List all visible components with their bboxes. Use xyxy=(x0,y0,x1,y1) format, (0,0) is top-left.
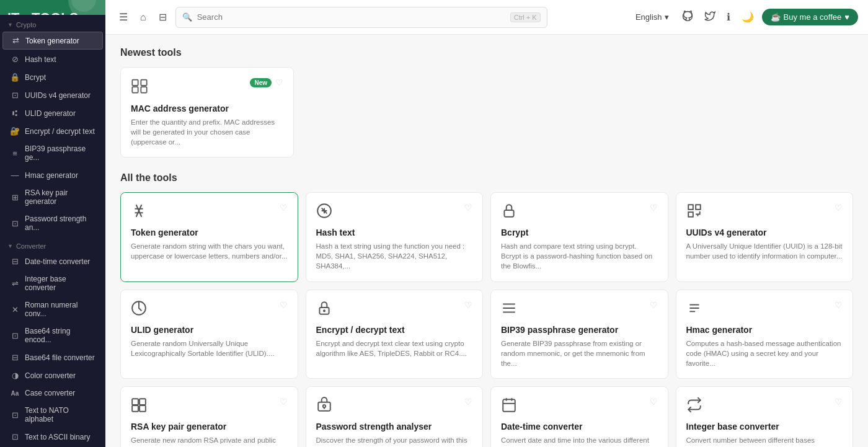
dark-mode-icon[interactable]: 🌙 xyxy=(738,8,757,26)
intbase-card-icon xyxy=(686,397,702,417)
password-icon: ⊡ xyxy=(10,219,20,228)
fav-encrypt[interactable]: ♡ xyxy=(464,300,472,310)
info-icon[interactable]: ℹ xyxy=(724,8,733,26)
svg-rect-14 xyxy=(688,212,693,217)
svg-rect-4 xyxy=(141,87,146,92)
rsa-icon: ⊞ xyxy=(10,193,20,202)
coffee-icon: ☕ xyxy=(771,12,781,22)
card-intbase[interactable]: ♡ Integer base converter Convert number … xyxy=(676,386,854,447)
sidebar-item-hmac[interactable]: — Hmac generator xyxy=(2,167,103,184)
sidebar-section-converter[interactable]: ▼ Converter xyxy=(0,236,105,252)
bcrypt-card-icon xyxy=(501,203,517,223)
sidebar-item-password[interactable]: ⊡ Password strength an... xyxy=(2,211,103,236)
card-hash-text[interactable]: ♡ Hash text Hash a text string using the… xyxy=(306,192,484,281)
card-datetime[interactable]: ♡ Date-time converter Convert date and t… xyxy=(490,386,668,447)
uuids-card-icon xyxy=(686,203,702,223)
sidebar-item-rsa[interactable]: ⊞ RSA key pair generator xyxy=(2,185,103,210)
card-ulid-desc: Generate random Universally Unique Lexic… xyxy=(131,339,288,358)
sidebar-item-roman[interactable]: ✕ Roman numeral conv... xyxy=(2,297,103,322)
sidebar-item-uuids[interactable]: ⊡ UUIDs v4 generator xyxy=(2,87,103,104)
card-rsa[interactable]: ♡ RSA key pair generator Generate new ra… xyxy=(120,386,298,447)
card-rsa-desc: Generate new random RSA private and publ… xyxy=(131,435,288,447)
hmac-icon: — xyxy=(10,170,20,180)
svg-rect-26 xyxy=(132,405,138,412)
fav-bip39[interactable]: ♡ xyxy=(650,300,658,310)
card-hash-title: Hash text xyxy=(316,228,473,237)
svg-rect-12 xyxy=(688,205,693,210)
sidebar-item-ascii[interactable]: ⊡ Text to ASCII binary xyxy=(2,428,103,445)
sidebar-section-crypto[interactable]: ▼ Crypto xyxy=(0,15,105,31)
language-selector[interactable]: English ▾ xyxy=(631,10,674,24)
card-token-generator[interactable]: ♡ Token generator Generate random string… xyxy=(120,192,298,281)
card-ulid[interactable]: ♡ ULID generator Generate random Univers… xyxy=(120,290,298,379)
base64file-icon: ⊟ xyxy=(10,353,20,362)
twitter-icon[interactable] xyxy=(701,7,719,27)
card-encrypt[interactable]: ♡ Encrypt / decrypt text Encrypt and dec… xyxy=(306,290,484,379)
svg-rect-28 xyxy=(318,402,330,411)
fav-bcrypt[interactable]: ♡ xyxy=(650,203,658,213)
card-bip39[interactable]: ♡ BIP39 passphrase generator Generate BI… xyxy=(490,290,668,379)
fav-datetime[interactable]: ♡ xyxy=(650,397,658,407)
github-icon[interactable] xyxy=(679,7,696,27)
sidebar-item-datetime[interactable]: ⊟ Date-time converter xyxy=(2,253,103,270)
card-password-title: Password strength analyser xyxy=(316,422,473,432)
password-card-icon xyxy=(316,397,332,417)
mac-card-title: MAC address generator xyxy=(131,104,283,113)
sidebar-item-hash-text[interactable]: ⊘ Hash text xyxy=(2,51,103,68)
encrypt-card-icon xyxy=(316,300,332,320)
menu-toggle-button[interactable]: ☰ xyxy=(115,7,131,27)
mac-card-icon xyxy=(131,77,148,99)
card-bcrypt[interactable]: ♡ Bcrypt Hash and compare text string us… xyxy=(490,192,668,281)
sidebar-item-nato[interactable]: ⊡ Text to NATO alphabet xyxy=(2,402,103,427)
sidebar-item-case[interactable]: Aa Case converter xyxy=(2,385,103,401)
card-bcrypt-title: Bcrypt xyxy=(501,228,658,237)
sidebar-item-base64-string[interactable]: ⊡ Base64 string encod... xyxy=(2,323,103,348)
card-uuids[interactable]: ♡ UUIDs v4 generator A Universally Uniqu… xyxy=(676,192,854,281)
card-rsa-title: RSA key pair generator xyxy=(131,422,288,432)
svg-rect-13 xyxy=(696,205,701,210)
fav-rsa[interactable]: ♡ xyxy=(280,397,288,407)
sidebar: IT - TOOLS Handy tools for developers ▼ … xyxy=(0,0,105,447)
bcrypt-icon: 🔒 xyxy=(10,73,20,82)
home-button[interactable]: ⌂ xyxy=(136,8,150,27)
fav-ulid[interactable]: ♡ xyxy=(280,300,288,310)
sidebar-item-base64-file[interactable]: ⊟ Base64 file converter xyxy=(2,349,103,366)
svg-rect-31 xyxy=(503,399,515,412)
token-card-icon xyxy=(131,203,147,223)
ulid-card-icon xyxy=(131,300,147,320)
chevron-down-icon: ▾ xyxy=(665,12,669,22)
sidebar-item-bip39[interactable]: ≡ BIP39 passphrase ge... xyxy=(2,141,103,166)
bookmarks-button[interactable]: ⊟ xyxy=(155,7,170,27)
sidebar-item-bcrypt[interactable]: 🔒 Bcrypt xyxy=(2,69,103,86)
hmac-card-icon xyxy=(686,300,702,320)
card-password[interactable]: ♡ Password strength analyser Discover th… xyxy=(306,386,484,447)
sidebar-item-integer-base[interactable]: ⇌ Integer base converter xyxy=(2,271,103,296)
svg-rect-11 xyxy=(504,210,513,217)
favorite-icon[interactable]: ♡ xyxy=(275,77,283,87)
hash-icon: ⊘ xyxy=(10,55,20,64)
sidebar-item-encrypt[interactable]: 🔐 Encrypt / decrypt text xyxy=(2,123,103,139)
fav-token[interactable]: ♡ xyxy=(280,203,288,213)
fav-hash[interactable]: ♡ xyxy=(464,203,472,213)
topbar-right: English ▾ ℹ 🌙 ☕ Buy me a coffee ♥ xyxy=(631,7,858,27)
card-bcrypt-desc: Hash and compare text string using bcryp… xyxy=(501,241,658,271)
card-hmac-desc: Computes a hash-based message authentica… xyxy=(686,339,843,368)
card-hmac[interactable]: ♡ Hmac generator Computes a hash-based m… xyxy=(676,290,854,379)
roman-icon: ✕ xyxy=(10,305,20,314)
all-tools-title: All the tools xyxy=(120,172,853,184)
sidebar-item-ulid[interactable]: ⑆ ULID generator xyxy=(2,105,103,122)
sidebar-item-token-generator[interactable]: ⇄ Token generator xyxy=(2,32,103,50)
fav-uuids[interactable]: ♡ xyxy=(835,203,843,213)
sidebar-item-color[interactable]: ◑ Color converter xyxy=(2,367,103,384)
card-hash-desc: Hash a text string using the function yo… xyxy=(316,241,473,271)
fav-intbase[interactable]: ♡ xyxy=(835,397,843,407)
card-intbase-title: Integer base converter xyxy=(686,422,843,432)
newest-card-mac[interactable]: New ♡ MAC address generator Enter the qu… xyxy=(120,67,294,157)
heart-icon: ♥ xyxy=(844,12,849,22)
card-encrypt-title: Encrypt / decrypt text xyxy=(316,325,473,335)
search-input[interactable] xyxy=(197,12,505,22)
datetime-card-icon xyxy=(501,397,517,417)
buy-coffee-button[interactable]: ☕ Buy me a coffee ♥ xyxy=(762,9,858,25)
fav-hmac[interactable]: ♡ xyxy=(835,300,843,310)
fav-password[interactable]: ♡ xyxy=(464,397,472,407)
